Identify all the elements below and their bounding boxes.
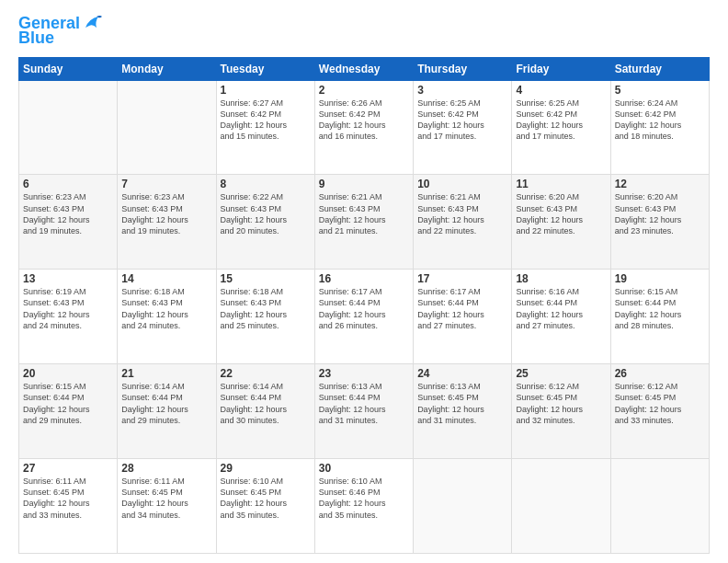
daylight-minutes: and 32 minutes. (516, 416, 574, 425)
calendar-cell: 25Sunrise: 6:12 AMSunset: 6:45 PMDayligh… (512, 364, 610, 459)
sunrise-text: Sunrise: 6:25 AM (417, 98, 481, 108)
sunset-text: Sunset: 6:43 PM (417, 204, 479, 213)
sunset-text: Sunset: 6:46 PM (319, 488, 381, 497)
sunset-text: Sunset: 6:43 PM (121, 204, 183, 213)
day-number: 10 (417, 178, 507, 190)
calendar-cell: 5Sunrise: 6:24 AMSunset: 6:42 PMDaylight… (610, 80, 709, 175)
calendar-cell: 11Sunrise: 6:20 AMSunset: 6:43 PMDayligh… (512, 175, 610, 270)
day-info: Sunrise: 6:12 AMSunset: 6:45 PMDaylight:… (615, 381, 705, 426)
daylight-hours: Daylight: 12 hours (319, 499, 386, 508)
day-number: 18 (516, 272, 606, 285)
day-info: Sunrise: 6:13 AMSunset: 6:44 PMDaylight:… (319, 381, 409, 426)
weekday-header-friday: Friday (512, 57, 610, 80)
daylight-minutes: and 21 minutes. (319, 226, 378, 236)
sunrise-text: Sunrise: 6:11 AM (121, 477, 185, 486)
daylight-hours: Daylight: 12 hours (221, 499, 288, 508)
sunrise-text: Sunrise: 6:21 AM (319, 192, 382, 201)
daylight-minutes: and 35 minutes. (221, 511, 279, 520)
daylight-minutes: and 23 minutes. (615, 226, 674, 236)
day-info: Sunrise: 6:23 AMSunset: 6:43 PMDaylight:… (23, 191, 113, 236)
day-number: 29 (221, 462, 311, 475)
daylight-hours: Daylight: 12 hours (615, 310, 682, 319)
calendar-week-1: 1Sunrise: 6:27 AMSunset: 6:42 PMDaylight… (19, 80, 710, 175)
day-number: 5 (615, 84, 705, 97)
daylight-minutes: and 31 minutes. (417, 416, 476, 425)
weekday-header-monday: Monday (118, 57, 216, 80)
calendar-cell: 9Sunrise: 6:21 AMSunset: 6:43 PMDaylight… (314, 175, 413, 270)
calendar-cell: 14Sunrise: 6:18 AMSunset: 6:43 PMDayligh… (118, 270, 216, 364)
day-number: 7 (121, 178, 211, 190)
day-number: 13 (23, 272, 113, 285)
weekday-header-tuesday: Tuesday (216, 57, 314, 80)
sunset-text: Sunset: 6:43 PM (23, 298, 85, 307)
daylight-hours: Daylight: 12 hours (516, 215, 583, 224)
day-number: 17 (417, 272, 507, 285)
sunset-text: Sunset: 6:44 PM (23, 393, 85, 402)
day-number: 19 (615, 272, 705, 285)
sunset-text: Sunset: 6:43 PM (516, 204, 577, 213)
sunrise-text: Sunrise: 6:14 AM (121, 382, 185, 391)
header: General Blue (18, 15, 710, 48)
weekday-header-row: SundayMondayTuesdayWednesdayThursdayFrid… (19, 57, 710, 80)
daylight-minutes: and 30 minutes. (221, 416, 279, 425)
daylight-hours: Daylight: 12 hours (417, 215, 484, 224)
daylight-hours: Daylight: 12 hours (516, 121, 583, 130)
daylight-hours: Daylight: 12 hours (121, 499, 188, 508)
sunrise-text: Sunrise: 6:21 AM (417, 192, 481, 201)
calendar-cell: 27Sunrise: 6:11 AMSunset: 6:45 PMDayligh… (19, 459, 118, 554)
sunset-text: Sunset: 6:43 PM (615, 204, 677, 213)
sunrise-text: Sunrise: 6:23 AM (121, 192, 185, 201)
logo-blue-text: Blue (18, 29, 54, 48)
calendar-cell (118, 80, 216, 175)
daylight-minutes: and 20 minutes. (221, 226, 279, 236)
calendar-cell: 3Sunrise: 6:25 AMSunset: 6:42 PMDaylight… (414, 80, 512, 175)
daylight-minutes: and 24 minutes. (121, 321, 180, 330)
calendar-week-3: 13Sunrise: 6:19 AMSunset: 6:43 PMDayligh… (19, 270, 710, 364)
calendar-cell: 30Sunrise: 6:10 AMSunset: 6:46 PMDayligh… (314, 459, 413, 554)
sunrise-text: Sunrise: 6:20 AM (516, 192, 579, 201)
calendar-cell: 10Sunrise: 6:21 AMSunset: 6:43 PMDayligh… (414, 175, 512, 270)
sunset-text: Sunset: 6:44 PM (221, 393, 282, 402)
sunrise-text: Sunrise: 6:15 AM (615, 287, 678, 296)
sunset-text: Sunset: 6:44 PM (516, 298, 577, 307)
calendar-cell: 15Sunrise: 6:18 AMSunset: 6:43 PMDayligh… (216, 270, 314, 364)
calendar-cell (610, 459, 709, 554)
sunset-text: Sunset: 6:44 PM (121, 393, 183, 402)
calendar-cell: 22Sunrise: 6:14 AMSunset: 6:44 PMDayligh… (216, 364, 314, 459)
sunset-text: Sunset: 6:45 PM (417, 393, 479, 402)
day-info: Sunrise: 6:20 AMSunset: 6:43 PMDaylight:… (615, 191, 705, 236)
daylight-minutes: and 18 minutes. (615, 132, 674, 141)
sunrise-text: Sunrise: 6:23 AM (23, 192, 86, 201)
daylight-hours: Daylight: 12 hours (417, 405, 484, 414)
daylight-minutes: and 16 minutes. (319, 132, 378, 141)
daylight-hours: Daylight: 12 hours (23, 405, 90, 414)
calendar-cell (19, 80, 118, 175)
sunrise-text: Sunrise: 6:25 AM (516, 98, 579, 108)
calendar-cell: 6Sunrise: 6:23 AMSunset: 6:43 PMDaylight… (19, 175, 118, 270)
day-info: Sunrise: 6:15 AMSunset: 6:44 PMDaylight:… (23, 381, 113, 426)
sunrise-text: Sunrise: 6:27 AM (221, 98, 284, 108)
sunrise-text: Sunrise: 6:17 AM (417, 287, 481, 296)
sunrise-text: Sunrise: 6:10 AM (319, 477, 382, 486)
day-number: 23 (319, 367, 409, 380)
calendar-cell: 8Sunrise: 6:22 AMSunset: 6:43 PMDaylight… (216, 175, 314, 270)
day-number: 20 (23, 367, 113, 380)
sunset-text: Sunset: 6:42 PM (615, 109, 677, 119)
calendar-cell: 13Sunrise: 6:19 AMSunset: 6:43 PMDayligh… (19, 270, 118, 364)
day-info: Sunrise: 6:21 AMSunset: 6:43 PMDaylight:… (319, 191, 409, 236)
daylight-hours: Daylight: 12 hours (319, 405, 386, 414)
daylight-minutes: and 25 minutes. (221, 321, 279, 330)
day-info: Sunrise: 6:10 AMSunset: 6:45 PMDaylight:… (221, 476, 311, 521)
sunset-text: Sunset: 6:44 PM (417, 298, 479, 307)
sunrise-text: Sunrise: 6:10 AM (221, 477, 284, 486)
daylight-hours: Daylight: 12 hours (23, 215, 90, 224)
sunrise-text: Sunrise: 6:18 AM (221, 287, 284, 296)
daylight-minutes: and 22 minutes. (417, 226, 476, 236)
calendar-week-2: 6Sunrise: 6:23 AMSunset: 6:43 PMDaylight… (19, 175, 710, 270)
day-number: 9 (319, 178, 409, 190)
day-info: Sunrise: 6:20 AMSunset: 6:43 PMDaylight:… (516, 191, 606, 236)
sunset-text: Sunset: 6:42 PM (417, 109, 479, 119)
day-info: Sunrise: 6:22 AMSunset: 6:43 PMDaylight:… (221, 191, 311, 236)
day-number: 25 (516, 367, 606, 380)
daylight-hours: Daylight: 12 hours (221, 310, 288, 319)
